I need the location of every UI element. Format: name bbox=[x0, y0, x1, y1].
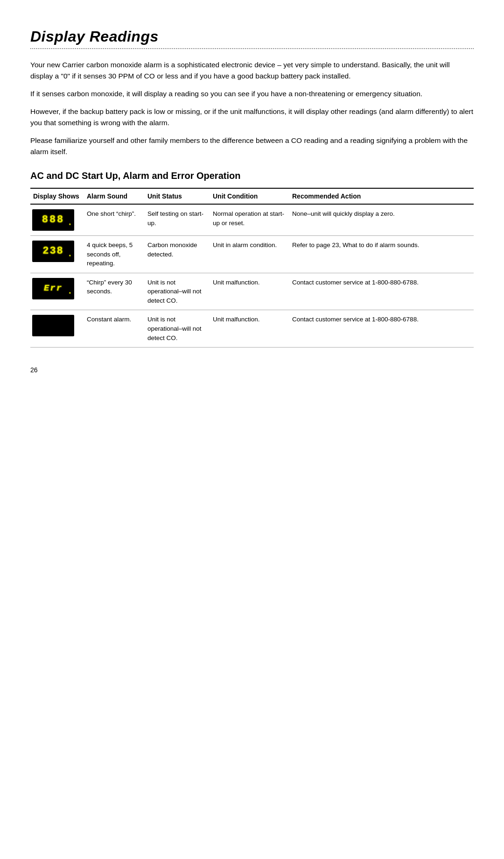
status-table: Display Shows Alarm Sound Unit Status Un… bbox=[30, 188, 474, 348]
page-title: Display Readings bbox=[30, 28, 474, 45]
section-title: AC and DC Start Up, Alarm and Error Oper… bbox=[30, 170, 474, 181]
title-rule bbox=[30, 48, 474, 49]
display-888-asterisk: * bbox=[68, 222, 72, 230]
recommended-action-888: None–unit will quickly display a zero. bbox=[289, 204, 474, 236]
page-number: 26 bbox=[30, 366, 474, 374]
unit-condition-blank: Unit malfunction. bbox=[210, 310, 289, 348]
display-888-text: 888 bbox=[42, 213, 65, 227]
col-header-alarm: Alarm Sound bbox=[84, 188, 145, 204]
alarm-sound-blank: Constant alarm. bbox=[84, 310, 145, 348]
display-cell-blank bbox=[30, 310, 84, 348]
alarm-sound-238: 4 quick beeps, 5 seconds off, repeating. bbox=[84, 236, 145, 273]
table-row: 238 * 4 quick beeps, 5 seconds off, repe… bbox=[30, 236, 474, 273]
unit-condition-238: Unit in alarm condition. bbox=[210, 236, 289, 273]
intro-paragraph-1: Your new Carrier carbon monoxide alarm i… bbox=[30, 59, 474, 82]
display-238-icon: 238 * bbox=[32, 241, 74, 262]
unit-status-238: Carbon monoxide detected. bbox=[145, 236, 210, 273]
recommended-action-err: Contact customer service at 1-800-880-67… bbox=[289, 273, 474, 310]
alarm-sound-888: One short “chirp”. bbox=[84, 204, 145, 236]
display-238-asterisk: * bbox=[68, 254, 72, 261]
table-header-row: Display Shows Alarm Sound Unit Status Un… bbox=[30, 188, 474, 204]
table-row: Constant alarm. Unit is not operational–… bbox=[30, 310, 474, 348]
display-cell-888: 888 * bbox=[30, 204, 84, 236]
display-blank-icon bbox=[32, 315, 74, 336]
unit-status-888: Self testing on start-up. bbox=[145, 204, 210, 236]
unit-condition-err: Unit malfunction. bbox=[210, 273, 289, 310]
unit-status-err: Unit is not operational–will not detect … bbox=[145, 273, 210, 310]
col-header-status: Unit Status bbox=[145, 188, 210, 204]
table-row: Err * “Chirp” every 30 seconds. Unit is … bbox=[30, 273, 474, 310]
intro-paragraph-2: If it senses carbon monoxide, it will di… bbox=[30, 88, 474, 99]
display-err-icon: Err * bbox=[32, 278, 74, 299]
recommended-action-blank: Contact customer service at 1-800-880-67… bbox=[289, 310, 474, 348]
display-238-text: 238 bbox=[42, 244, 64, 259]
col-header-display: Display Shows bbox=[30, 188, 84, 204]
unit-condition-888: Normal operation at start-up or reset. bbox=[210, 204, 289, 236]
display-cell-238: 238 * bbox=[30, 236, 84, 273]
recommended-action-238: Refer to page 23, What to do if alarm so… bbox=[289, 236, 474, 273]
unit-status-blank: Unit is not operational–will not detect … bbox=[145, 310, 210, 348]
col-header-condition: Unit Condition bbox=[210, 188, 289, 204]
col-header-action: Recommended Action bbox=[289, 188, 474, 204]
intro-paragraph-3: However, if the backup battery pack is l… bbox=[30, 106, 474, 128]
table-row: 888 * One short “chirp”. Self testing on… bbox=[30, 204, 474, 236]
intro-paragraph-4: Please familiarize yourself and other fa… bbox=[30, 135, 474, 157]
display-err-text: Err bbox=[44, 282, 63, 295]
display-cell-err: Err * bbox=[30, 273, 84, 310]
alarm-sound-err: “Chirp” every 30 seconds. bbox=[84, 273, 145, 310]
display-err-asterisk: * bbox=[68, 291, 72, 298]
display-888-icon: 888 * bbox=[32, 209, 74, 231]
